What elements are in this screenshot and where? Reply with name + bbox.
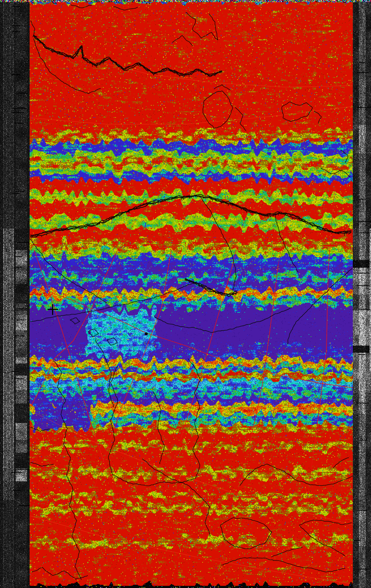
apt-satellite-decode: [0, 0, 371, 588]
satellite-image-canvas: [0, 0, 371, 588]
